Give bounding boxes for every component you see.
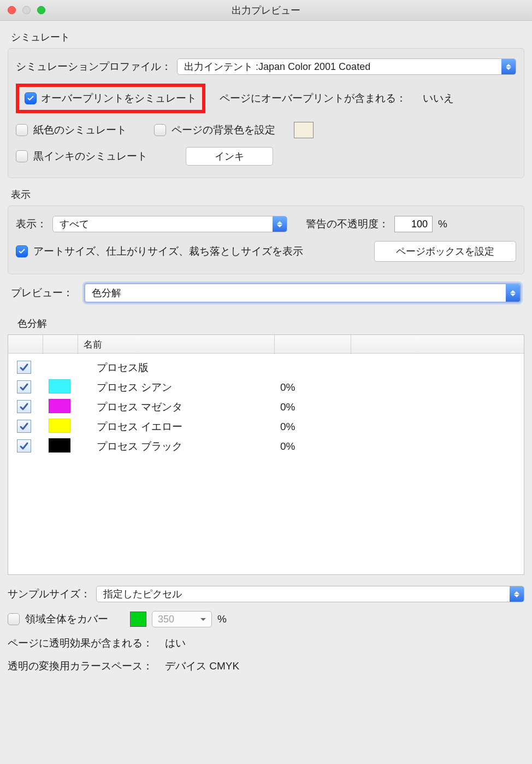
simulate-paper-color-label: 紙色のシミュレート xyxy=(33,123,127,137)
window-title: 出力プレビュー xyxy=(0,4,532,17)
fullscreen-window-button[interactable] xyxy=(37,6,45,14)
cover-all-checkbox[interactable] xyxy=(8,613,20,625)
page-transparency-label: ページに透明効果が含まれる： xyxy=(8,636,153,650)
display-show-value: すべて xyxy=(53,218,273,231)
transparency-colorspace-value: デバイス CMYK xyxy=(165,659,239,673)
transparency-colorspace-label: 透明の変換用カラースペース： xyxy=(8,659,153,673)
warning-opacity-unit: % xyxy=(438,218,447,230)
separations-header-row: 名前 xyxy=(8,335,524,354)
simulate-overprint-label: オーバープリントをシミュレート xyxy=(41,91,197,105)
separation-name: プロセス ブラック xyxy=(78,439,275,454)
chevron-down-icon xyxy=(200,618,206,621)
display-show-select[interactable]: すべて xyxy=(52,216,287,232)
simulate-paper-color-checkbox[interactable] xyxy=(16,124,28,136)
simulation-profile-value: 出力インテント :Japan Color 2001 Coated xyxy=(178,60,501,73)
visibility-toggle[interactable] xyxy=(17,400,31,413)
display-panel: 表示： すべて 警告の不透明度： % アートサイズ、仕上がりサイズ、裁ち落としサ… xyxy=(8,205,524,274)
chevron-updown-icon xyxy=(510,586,524,602)
separations-header-name: 名前 xyxy=(78,335,275,354)
page-transparency-value: はい xyxy=(165,636,186,650)
visibility-toggle[interactable] xyxy=(17,420,31,433)
separation-row: プロセス ブラック0% xyxy=(8,437,524,456)
separation-name: プロセス シアン xyxy=(78,380,275,395)
simulation-profile-select[interactable]: 出力インテント :Japan Color 2001 Coated xyxy=(177,58,516,75)
cover-value: 350 xyxy=(158,614,174,625)
separation-row: プロセス版 xyxy=(8,358,524,378)
separation-row: プロセス マゼンタ0% xyxy=(8,397,524,417)
ink-swatch xyxy=(49,438,70,452)
show-art-sizes-checkbox[interactable] xyxy=(16,245,28,257)
page-contains-overprint-value: いいえ xyxy=(423,91,454,105)
separation-name: プロセス版 xyxy=(78,361,275,375)
chevron-updown-icon xyxy=(273,216,287,232)
close-window-button[interactable] xyxy=(8,6,16,14)
chevron-updown-icon xyxy=(501,59,516,74)
separations-table: 名前 プロセス版プロセス シアン0%プロセス マゼンタ0%プロセス イエロー0%… xyxy=(8,334,524,575)
ink-button[interactable]: インキ xyxy=(186,147,273,166)
sample-size-select[interactable]: 指定したピクセル xyxy=(96,586,524,602)
simulation-profile-label: シミュレーションプロファイル： xyxy=(16,60,172,74)
separations-header-percent xyxy=(275,335,351,354)
sample-size-label: サンプルサイズ： xyxy=(8,587,91,601)
warning-opacity-input[interactable] xyxy=(394,216,433,232)
simulate-section-title: シミュレート xyxy=(8,21,524,48)
cover-value-combo[interactable]: 350 xyxy=(152,611,212,627)
simulate-panel: シミュレーションプロファイル： 出力インテント :Japan Color 200… xyxy=(8,48,524,178)
set-page-box-button[interactable]: ページボックスを設定 xyxy=(374,241,516,262)
visibility-toggle[interactable] xyxy=(17,439,31,452)
display-section-title: 表示 xyxy=(8,178,524,205)
minimize-window-button[interactable] xyxy=(22,6,31,14)
titlebar: 出力プレビュー xyxy=(0,0,532,21)
overprint-highlight-box: オーバープリントをシミュレート xyxy=(16,84,205,113)
separation-name: プロセス イエロー xyxy=(78,420,275,434)
separation-percent: 0% xyxy=(275,421,351,433)
separation-percent: 0% xyxy=(275,401,351,413)
visibility-toggle[interactable] xyxy=(17,380,31,393)
ink-swatch xyxy=(49,399,70,413)
chevron-updown-icon xyxy=(506,284,520,302)
simulate-black-ink-checkbox[interactable] xyxy=(16,150,28,162)
preview-select[interactable]: 色分解 xyxy=(84,283,521,303)
cover-all-label: 領域全体をカバー xyxy=(25,612,108,626)
separation-percent: 0% xyxy=(275,440,351,452)
set-bg-color-label: ページの背景色を設定 xyxy=(172,123,275,137)
warning-opacity-label: 警告の不透明度： xyxy=(306,217,389,231)
ink-swatch xyxy=(49,419,70,433)
separation-row: プロセス シアン0% xyxy=(8,378,524,397)
ink-swatch xyxy=(49,379,70,393)
set-bg-color-checkbox[interactable] xyxy=(154,124,166,136)
cover-color-swatch[interactable] xyxy=(130,612,146,627)
separation-row: プロセス イエロー0% xyxy=(8,417,524,437)
traffic-lights xyxy=(0,6,45,14)
bg-color-swatch[interactable] xyxy=(294,122,314,138)
separations-header-swatch xyxy=(43,335,78,354)
display-show-label: 表示： xyxy=(16,217,47,231)
separations-title: 色分解 xyxy=(8,307,524,334)
separations-header-vis xyxy=(8,335,43,354)
visibility-toggle[interactable] xyxy=(17,361,31,374)
simulate-black-ink-label: 黒インキのシミュレート xyxy=(33,149,147,163)
simulate-overprint-checkbox[interactable] xyxy=(25,92,37,104)
page-contains-overprint-label: ページにオーバープリントが含まれる： xyxy=(220,91,406,105)
cover-value-unit: % xyxy=(217,613,227,625)
preview-value: 色分解 xyxy=(85,286,506,299)
separation-name: プロセス マゼンタ xyxy=(78,400,275,414)
separation-percent: 0% xyxy=(275,381,351,393)
separations-header-extra xyxy=(351,335,524,354)
show-art-sizes-label: アートサイズ、仕上がりサイズ、裁ち落としサイズを表示 xyxy=(33,244,303,258)
sample-size-value: 指定したピクセル xyxy=(97,587,510,601)
preview-label: プレビュー： xyxy=(11,286,73,300)
